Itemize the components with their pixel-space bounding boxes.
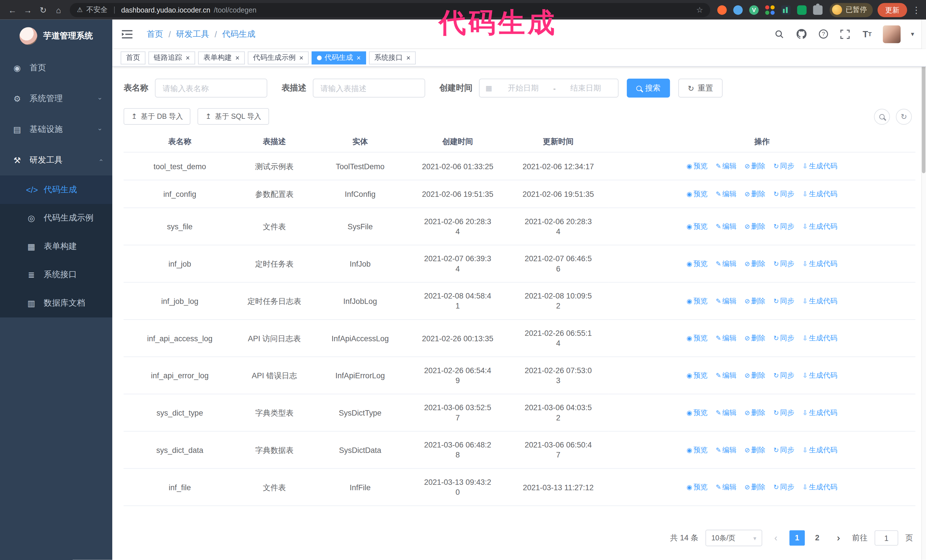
preview-link[interactable]: ◉预览 [687, 222, 708, 231]
bookmark-star-icon[interactable] [696, 5, 703, 14]
delete-link[interactable]: ⊘删除 [744, 260, 765, 268]
tab[interactable]: 代码生成示例 [248, 51, 309, 64]
delete-link[interactable]: ⊘删除 [744, 334, 765, 343]
search-button[interactable]: 搜索 [627, 78, 670, 97]
tab[interactable]: 代码生成 [312, 51, 366, 64]
sidebar-toggle-icon[interactable] [122, 29, 134, 39]
browser-back-button[interactable] [6, 3, 19, 16]
import-db-button[interactable]: 基于 DB 导入 [124, 108, 191, 125]
sync-link[interactable]: ↻同步 [773, 409, 794, 417]
close-icon[interactable] [357, 54, 361, 61]
sidebar-submenu-item[interactable]: ≣ 系统接口 [0, 261, 112, 289]
preview-link[interactable]: ◉预览 [687, 371, 708, 379]
page-number-button[interactable]: 2 [809, 530, 825, 546]
close-icon[interactable] [406, 54, 410, 61]
preview-link[interactable]: ◉预览 [687, 483, 708, 491]
delete-link[interactable]: ⊘删除 [744, 446, 765, 454]
profile-paused-chip[interactable]: 已暂停 [830, 3, 873, 17]
edit-link[interactable]: ✎编辑 [716, 190, 737, 198]
font-size-icon[interactable] [861, 28, 873, 40]
delete-link[interactable]: ⊘删除 [744, 162, 765, 171]
prev-page-button[interactable] [769, 533, 782, 543]
user-avatar[interactable] [883, 25, 901, 43]
delete-link[interactable]: ⊘删除 [744, 222, 765, 231]
sync-link[interactable]: ↻同步 [773, 483, 794, 491]
browser-update-button[interactable]: 更新 [878, 3, 907, 17]
tab[interactable]: 系统接口 [369, 51, 416, 64]
preview-link[interactable]: ◉预览 [687, 162, 708, 171]
generate-code-link[interactable]: ⇩生成代码 [802, 190, 837, 198]
preview-link[interactable]: ◉预览 [687, 260, 708, 268]
close-icon[interactable] [235, 54, 240, 61]
edit-link[interactable]: ✎编辑 [716, 409, 737, 417]
extension-colorful-icon[interactable] [765, 5, 775, 15]
help-icon[interactable]: ? [817, 28, 829, 40]
preview-link[interactable]: ◉预览 [687, 190, 708, 198]
address-bar[interactable]: 不安全 dashboard.yudao.iocoder.cn/tool/code… [70, 3, 710, 17]
scrollbar-track[interactable] [921, 20, 926, 560]
sidebar-submenu-item[interactable]: </> 代码生成 [0, 175, 112, 204]
generate-code-link[interactable]: ⇩生成代码 [802, 371, 837, 379]
edit-link[interactable]: ✎编辑 [716, 446, 737, 454]
import-sql-button[interactable]: 基于 SQL 导入 [198, 108, 269, 125]
scrollbar-thumb[interactable] [922, 61, 925, 173]
sidebar-submenu-item[interactable]: ◎ 代码生成示例 [0, 204, 112, 232]
preview-link[interactable]: ◉预览 [687, 334, 708, 343]
page-size-select[interactable]: 10条/页 [705, 530, 762, 546]
delete-link[interactable]: ⊘删除 [744, 409, 765, 417]
tab[interactable]: 链路追踪 [148, 51, 195, 64]
close-icon[interactable] [186, 54, 190, 61]
edit-link[interactable]: ✎编辑 [716, 162, 737, 171]
tab[interactable]: 首页 [121, 51, 145, 64]
sync-link[interactable]: ↻同步 [773, 260, 794, 268]
sidebar-menu-item[interactable]: ⚙ 系统管理 [0, 83, 112, 114]
extensions-puzzle-icon[interactable] [813, 5, 823, 15]
tab[interactable]: 表单构建 [198, 51, 245, 64]
preview-link[interactable]: ◉预览 [687, 446, 708, 454]
sync-link[interactable]: ↻同步 [773, 162, 794, 171]
sync-link[interactable]: ↻同步 [773, 446, 794, 454]
generate-code-link[interactable]: ⇩生成代码 [802, 297, 837, 305]
goto-page-input[interactable] [875, 530, 898, 546]
breadcrumb-devtools[interactable]: 研发工具 [176, 29, 209, 39]
edit-link[interactable]: ✎编辑 [716, 222, 737, 231]
toggle-search-button[interactable] [874, 109, 890, 124]
table-desc-input[interactable] [313, 78, 425, 97]
breadcrumb-home[interactable]: 首页 [147, 29, 163, 39]
sidebar-submenu-item[interactable]: ▦ 表单构建 [0, 232, 112, 261]
table-name-input[interactable] [155, 78, 267, 97]
sidebar-menu-item[interactable]: ▤ 基础设施 [0, 114, 112, 145]
github-icon[interactable] [796, 28, 808, 40]
generate-code-link[interactable]: ⇩生成代码 [802, 483, 837, 491]
extension-green-v-icon[interactable] [749, 5, 759, 15]
next-page-button[interactable] [832, 533, 845, 543]
delete-link[interactable]: ⊘删除 [744, 297, 765, 305]
generate-code-link[interactable]: ⇩生成代码 [802, 222, 837, 231]
delete-link[interactable]: ⊘删除 [744, 483, 765, 491]
generate-code-link[interactable]: ⇩生成代码 [802, 409, 837, 417]
extension-blue-icon[interactable] [733, 5, 743, 15]
extension-dark-chart-icon[interactable] [781, 5, 791, 15]
sidebar-menu-item[interactable]: ◉ 首页 [0, 53, 112, 83]
search-icon[interactable] [774, 28, 786, 40]
fullscreen-icon[interactable] [840, 28, 851, 40]
preview-link[interactable]: ◉预览 [687, 297, 708, 305]
refresh-table-button[interactable] [896, 109, 912, 124]
sync-link[interactable]: ↻同步 [773, 297, 794, 305]
sync-link[interactable]: ↻同步 [773, 334, 794, 343]
sidebar-menu-item[interactable]: ⚒ 研发工具 [0, 145, 112, 175]
sync-link[interactable]: ↻同步 [773, 190, 794, 198]
edit-link[interactable]: ✎编辑 [716, 483, 737, 491]
extension-orange-icon[interactable] [717, 5, 726, 15]
chevron-down-icon[interactable] [911, 30, 914, 38]
page-number-button[interactable]: 1 [790, 530, 805, 546]
extension-green-icon[interactable] [797, 5, 806, 15]
browser-reload-button[interactable] [37, 3, 50, 16]
browser-menu-icon[interactable] [912, 5, 920, 15]
edit-link[interactable]: ✎编辑 [716, 334, 737, 343]
close-icon[interactable] [299, 54, 303, 61]
edit-link[interactable]: ✎编辑 [716, 371, 737, 379]
browser-home-button[interactable] [52, 3, 65, 16]
app-logo[interactable]: 芋道管理系统 [0, 20, 112, 53]
browser-forward-button[interactable] [21, 3, 35, 16]
